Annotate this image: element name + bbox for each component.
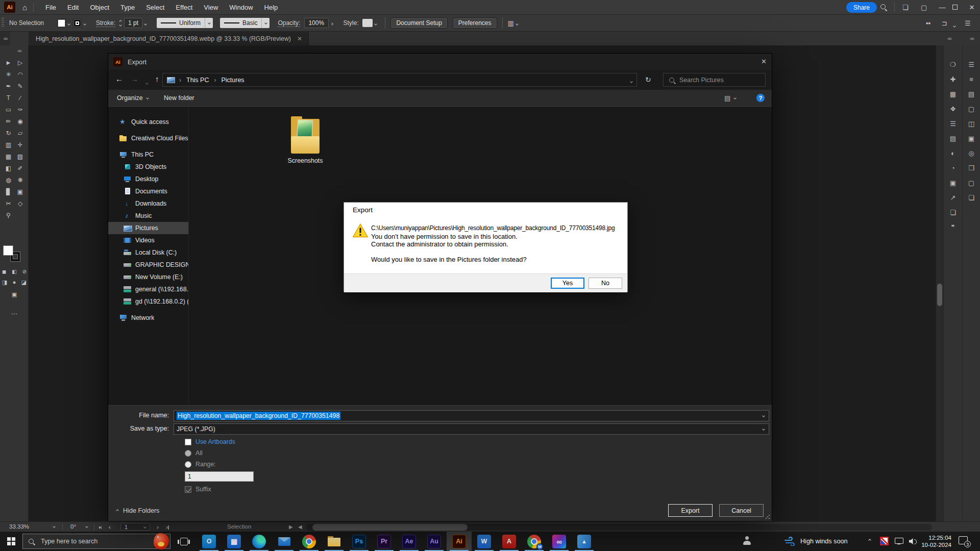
arrange-documents-icon[interactable]: ❏ <box>902 4 909 11</box>
style-swatch[interactable] <box>362 19 373 27</box>
taskbar-clock[interactable]: 12:25:04 10-02-2024 <box>919 534 951 548</box>
sidebar-item[interactable]: New Volume (E:) <box>108 271 188 283</box>
menu-item[interactable]: Type <box>115 0 140 15</box>
breadcrumb-this-pc[interactable]: This PC <box>185 77 210 84</box>
menu-item[interactable]: Effect <box>170 0 198 15</box>
all-radio[interactable] <box>185 450 191 457</box>
shaper-tool[interactable]: ◉ <box>14 115 26 127</box>
stroke-color-swatch[interactable] <box>73 19 82 28</box>
touch-workspace-icon[interactable]: ▪▪ <box>926 19 930 27</box>
taskbar-chrome[interactable] <box>297 532 322 551</box>
tray-app-icon[interactable] <box>880 537 889 545</box>
menu-item[interactable]: Help <box>259 0 284 15</box>
range-option[interactable]: Range: <box>185 461 216 468</box>
gradient-tool[interactable]: ◧ <box>3 162 14 174</box>
taskbar-word[interactable]: W <box>472 532 497 551</box>
collapse-panel-icon[interactable]: «« <box>970 36 973 41</box>
fill-color-swatch[interactable] <box>57 19 66 28</box>
use-artboards-option[interactable]: Use Artboards <box>185 438 235 445</box>
scrollbar-thumb[interactable] <box>312 524 468 531</box>
workspace-switcher-icon[interactable]: ▢ <box>921 4 927 11</box>
magic-wand-tool[interactable]: ✳ <box>3 68 14 80</box>
chevron-down-icon[interactable] <box>516 19 518 27</box>
people-icon[interactable] <box>741 536 753 547</box>
taskbar-outlook[interactable]: O <box>197 532 222 551</box>
scroll-left-icon[interactable]: ◀ <box>298 524 302 530</box>
hamburger-menu-icon[interactable]: ☰ <box>965 19 971 27</box>
task-view-button[interactable] <box>172 532 197 551</box>
brush-definition-dropdown[interactable]: Basic <box>220 18 261 28</box>
help-button[interactable]: ? <box>756 90 765 106</box>
curvature-tool[interactable]: ✎ <box>14 80 26 92</box>
panel-menu-icon-3[interactable]: ▤ <box>968 90 974 98</box>
scale-tool[interactable]: ▱ <box>14 127 26 139</box>
blend-tool[interactable]: ◍ <box>3 174 14 186</box>
chevron-down-icon[interactable] <box>205 18 213 28</box>
taskbar-after-effects[interactable]: Ae <box>397 532 422 551</box>
home-icon[interactable]: ⌂ <box>22 3 27 12</box>
rotate-tool[interactable]: ↻ <box>3 127 14 139</box>
sidebar-item[interactable]: Pictures <box>108 222 188 234</box>
panel-menu-icon-1[interactable]: ☰ <box>968 61 974 69</box>
chevron-right-icon[interactable] <box>331 19 333 27</box>
back-button[interactable]: ← <box>115 74 123 83</box>
address-dropdown-icon[interactable] <box>630 76 632 85</box>
opacity-label[interactable]: Opacity: <box>278 19 300 27</box>
last-artboard-icon[interactable] <box>165 524 169 530</box>
sidebar-item[interactable]: 3D Objects <box>108 161 188 173</box>
taskbar-calculator[interactable]: ▦ <box>222 532 247 551</box>
taskbar-illustrator[interactable]: Ai <box>447 532 472 551</box>
pencil-tool[interactable]: ✏ <box>3 115 14 127</box>
rectangle-tool[interactable]: ▭ <box>3 104 14 115</box>
gradient-fill-icon[interactable]: ◧ <box>12 269 16 274</box>
collapse-tabs-icon[interactable]: «« <box>0 32 10 45</box>
suffix-option[interactable]: Suffix <box>185 486 211 493</box>
type-tool[interactable]: T <box>3 92 14 104</box>
stroke-label[interactable]: Stroke: <box>96 19 115 27</box>
comments-panel-icon[interactable]: ❞ <box>951 223 955 232</box>
screen-mode-icon[interactable]: ▣ <box>12 291 17 298</box>
chevron-down-icon[interactable] <box>68 19 70 27</box>
artboard-number-field[interactable]: 1 <box>120 523 150 531</box>
chevron-down-icon[interactable] <box>953 21 955 29</box>
artboard-tool[interactable]: ▣ <box>14 186 26 197</box>
asset-export-panel-icon[interactable]: ❏ <box>950 209 956 217</box>
start-button[interactable] <box>0 532 22 551</box>
close-tab-icon[interactable]: ✕ <box>297 35 302 42</box>
fill-stroke-swatches[interactable] <box>4 246 24 265</box>
gradient-panel-icon[interactable]: ◐ <box>951 149 955 158</box>
menu-item[interactable]: Window <box>224 0 258 15</box>
collapse-panel-icon[interactable]: «« <box>947 36 951 41</box>
cancel-button[interactable]: Cancel <box>719 504 764 517</box>
column-graph-tool[interactable]: ▊ <box>3 186 14 197</box>
draw-normal-icon[interactable]: ◨ <box>2 279 7 286</box>
color-fill-icon[interactable]: ◼ <box>2 269 6 274</box>
properties-panel-icon[interactable]: ✚ <box>950 76 956 84</box>
network-tray-icon[interactable] <box>894 537 903 546</box>
restore-button[interactable] <box>952 5 958 10</box>
align-options-icon[interactable]: ▥ <box>508 19 514 27</box>
line-segment-tool[interactable]: ∕ <box>14 92 26 104</box>
sidebar-item[interactable]: gd (\\192.168.0.2) (Z <box>108 295 188 308</box>
taskbar-photoshop[interactable]: Ps <box>347 532 372 551</box>
view-mode-button[interactable]: ▤ <box>724 90 736 106</box>
opacity-value[interactable]: 100% <box>304 18 329 28</box>
vertical-scrollbar[interactable] <box>936 45 943 521</box>
perspective-grid-tool[interactable]: ▦ <box>3 151 14 162</box>
stroke-panel-icon[interactable]: ☰ <box>950 120 956 128</box>
sidebar-item[interactable]: Music <box>108 210 188 222</box>
taskbar-file-explorer[interactable] <box>322 532 347 551</box>
hand-tool[interactable]: ◇ <box>14 197 26 209</box>
pen-tool[interactable]: ✒ <box>3 80 14 92</box>
scroll-right-icon[interactable]: ▶ <box>289 524 293 530</box>
paintbrush-tool[interactable]: ✑ <box>14 104 26 115</box>
mesh-tool[interactable]: ▨ <box>14 151 26 162</box>
all-option[interactable]: All <box>185 449 203 457</box>
action-center-icon[interactable]: 3 <box>959 536 969 545</box>
forward-button[interactable]: → <box>131 74 138 83</box>
stroke-weight-stepper[interactable] <box>119 20 121 26</box>
transparency-panel-icon[interactable]: ◔ <box>951 164 955 172</box>
dialog-title-bar[interactable]: Ai Export ✕ <box>108 54 772 70</box>
close-button[interactable]: ✕ <box>966 4 978 11</box>
chevron-down-icon[interactable] <box>85 525 88 528</box>
